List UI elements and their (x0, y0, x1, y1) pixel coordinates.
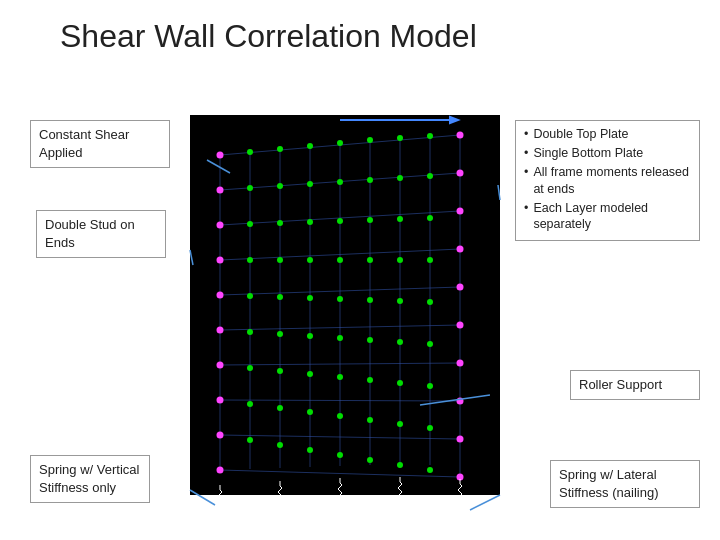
svg-point-61 (427, 341, 433, 347)
svg-point-83 (217, 152, 224, 159)
svg-point-37 (337, 218, 343, 224)
svg-point-32 (397, 175, 403, 181)
svg-point-42 (277, 257, 283, 263)
svg-point-25 (397, 135, 403, 141)
svg-point-36 (307, 219, 313, 225)
svg-point-55 (247, 329, 253, 335)
svg-point-79 (337, 452, 343, 458)
svg-point-58 (337, 335, 343, 341)
svg-point-93 (457, 132, 464, 139)
svg-point-76 (247, 437, 253, 443)
spring-vertical-label: Spring w/ Vertical Stiffness only (30, 455, 150, 503)
feature-item-3: All frame moments released at ends (524, 164, 691, 198)
constant-shear-label: Constant Shear Applied (30, 120, 170, 168)
page-title: Shear Wall Correlation Model (0, 0, 720, 65)
svg-point-54 (427, 299, 433, 305)
svg-point-90 (217, 397, 224, 404)
svg-point-34 (247, 221, 253, 227)
svg-rect-0 (190, 115, 500, 495)
svg-point-70 (277, 405, 283, 411)
svg-point-47 (427, 257, 433, 263)
svg-point-29 (307, 181, 313, 187)
svg-point-96 (457, 246, 464, 253)
svg-point-100 (457, 398, 464, 405)
svg-point-88 (217, 327, 224, 334)
svg-point-63 (277, 368, 283, 374)
svg-point-72 (337, 413, 343, 419)
svg-point-33 (427, 173, 433, 179)
svg-point-101 (457, 436, 464, 443)
svg-point-97 (457, 284, 464, 291)
svg-point-78 (307, 447, 313, 453)
svg-point-21 (277, 146, 283, 152)
svg-point-94 (457, 170, 464, 177)
svg-point-99 (457, 360, 464, 367)
svg-point-31 (367, 177, 373, 183)
svg-point-68 (427, 383, 433, 389)
svg-point-82 (427, 467, 433, 473)
svg-point-87 (217, 292, 224, 299)
svg-point-40 (427, 215, 433, 221)
svg-point-81 (397, 462, 403, 468)
svg-point-91 (217, 432, 224, 439)
svg-point-30 (337, 179, 343, 185)
svg-point-77 (277, 442, 283, 448)
svg-point-98 (457, 322, 464, 329)
svg-point-44 (337, 257, 343, 263)
svg-point-39 (397, 216, 403, 222)
svg-line-110 (470, 495, 500, 510)
svg-point-73 (367, 417, 373, 423)
svg-point-71 (307, 409, 313, 415)
svg-point-49 (277, 294, 283, 300)
bullet-points-box: Double Top Plate Single Bottom Plate All… (515, 120, 700, 241)
svg-point-50 (307, 295, 313, 301)
svg-point-62 (247, 365, 253, 371)
svg-point-60 (397, 339, 403, 345)
svg-point-24 (367, 137, 373, 143)
svg-point-74 (397, 421, 403, 427)
svg-point-66 (367, 377, 373, 383)
svg-point-67 (397, 380, 403, 386)
svg-point-84 (217, 187, 224, 194)
svg-point-52 (367, 297, 373, 303)
svg-point-92 (217, 467, 224, 474)
svg-point-57 (307, 333, 313, 339)
feature-item-2: Single Bottom Plate (524, 145, 691, 162)
svg-point-35 (277, 220, 283, 226)
svg-point-26 (427, 133, 433, 139)
svg-point-95 (457, 208, 464, 215)
main-area: Constant Shear Applied Double Stud on En… (0, 65, 720, 540)
svg-point-23 (337, 140, 343, 146)
svg-point-27 (247, 185, 253, 191)
feature-item-4: Each Layer modeled separately (524, 200, 691, 234)
svg-point-80 (367, 457, 373, 463)
double-stud-label: Double Stud on Ends (36, 210, 166, 258)
svg-point-20 (247, 149, 253, 155)
svg-point-38 (367, 217, 373, 223)
svg-point-41 (247, 257, 253, 263)
svg-point-75 (427, 425, 433, 431)
feature-list: Double Top Plate Single Bottom Plate All… (524, 126, 691, 233)
svg-point-45 (367, 257, 373, 263)
svg-point-51 (337, 296, 343, 302)
svg-point-86 (217, 257, 224, 264)
svg-point-69 (247, 401, 253, 407)
feature-item-1: Double Top Plate (524, 126, 691, 143)
shear-wall-image (190, 115, 500, 495)
svg-point-56 (277, 331, 283, 337)
svg-point-85 (217, 222, 224, 229)
spring-lateral-label: Spring w/ Lateral Stiffness (nailing) (550, 460, 700, 508)
svg-point-43 (307, 257, 313, 263)
svg-point-65 (337, 374, 343, 380)
svg-point-59 (367, 337, 373, 343)
svg-point-53 (397, 298, 403, 304)
svg-point-28 (277, 183, 283, 189)
svg-point-46 (397, 257, 403, 263)
svg-point-48 (247, 293, 253, 299)
svg-point-89 (217, 362, 224, 369)
svg-point-22 (307, 143, 313, 149)
roller-support-label: Roller Support (570, 370, 700, 400)
svg-point-64 (307, 371, 313, 377)
